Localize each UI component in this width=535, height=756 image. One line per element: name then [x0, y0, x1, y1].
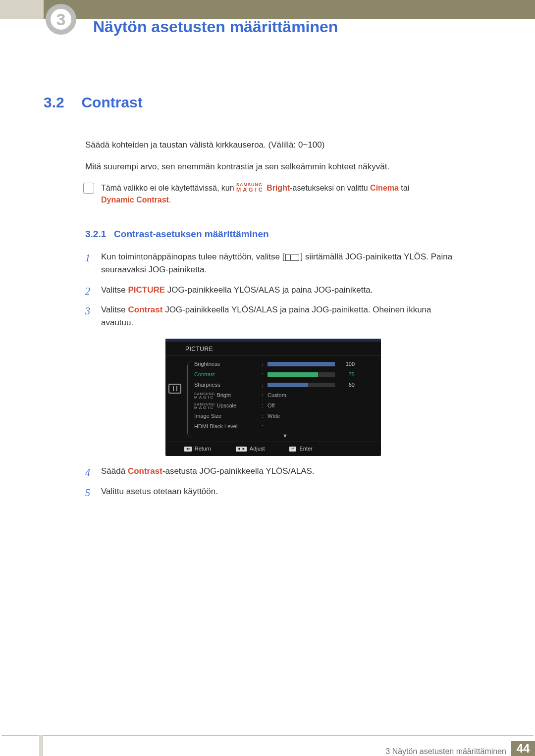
section-number: 3.2 — [44, 94, 79, 111]
osd-sharpness-val: 60 — [338, 381, 355, 389]
enter-key-icon: ↵ — [289, 447, 296, 452]
osd-footer: ◄▪Return ◄ ►Adjust ↵Enter — [165, 442, 381, 456]
page-footer: 3 Näytön asetusten määrittäminen 44 — [0, 735, 535, 756]
note-cinema: Cinema — [370, 184, 399, 192]
note-or: tai — [399, 184, 409, 192]
top-bar — [0, 0, 535, 19]
magic-bot: MAGIC — [236, 187, 265, 193]
note-mid: -asetukseksi on valittu — [290, 184, 370, 192]
note-icon — [83, 183, 94, 194]
osd-brightness-bar — [268, 362, 335, 366]
step-num-5: 5 — [85, 485, 90, 501]
osd-list: Brightness : 100 Contrast : 75 — [194, 359, 376, 440]
menu-icon — [285, 254, 299, 261]
osd-row-magic-bright: SAMSUNG MAGIC Bright : Custom — [194, 390, 376, 401]
step-num-2: 2 — [85, 284, 90, 299]
s4b: -asetusta JOG-painikkeella YLÖS/ALAS. — [162, 466, 315, 476]
osd-hdmi-black-label: HDMI Black Level — [194, 422, 259, 431]
chapter-number: 3 — [56, 10, 66, 29]
osd-magic-logo: SAMSUNG MAGIC — [194, 393, 215, 399]
osd-magic-upscale-val: Off — [268, 402, 274, 410]
note-bright: Bright — [267, 184, 290, 192]
osd-screenshot: PICTURE Brightness : 100 — [165, 339, 381, 456]
osd-body: Brightness : 100 Contrast : 75 — [165, 356, 381, 442]
step-num-3: 3 — [85, 303, 90, 319]
picture-icon — [168, 384, 181, 394]
note-end: . — [169, 196, 171, 204]
s2b: JOG-painikkeella YLÖS/ALAS ja paina JOG-… — [165, 285, 373, 295]
intro-p1: Säädä kohteiden ja taustan välistä kirkk… — [85, 139, 455, 151]
page-number: 44 — [511, 741, 535, 756]
footer-divider — [1, 735, 534, 736]
osd-magic-logo-2: SAMSUNG MAGIC — [194, 403, 215, 409]
footer-block: 3 Näytön asetusten määrittäminen 44 — [385, 741, 535, 756]
note-box: Tämä valikko ei ole käytettävissä, kun S… — [85, 182, 455, 206]
osd-row-hdmi-black: HDMI Black Level : — [194, 421, 376, 432]
note-dyn: Dynamic Contrast — [101, 196, 169, 204]
adjust-key-icon: ◄ ► — [236, 447, 247, 452]
section-title: Contrast — [81, 94, 142, 110]
return-key-icon: ◄▪ — [184, 447, 192, 452]
osd-sharpness-bar — [268, 383, 335, 387]
osd-contrast-bar — [268, 372, 335, 377]
step-1: 1 Kun toimintonäppäinopas tulee näyttöön… — [85, 251, 455, 277]
intro-block: Säädä kohteiden ja taustan välistä kirkk… — [85, 139, 455, 173]
osd-sharpness-label: Sharpness — [194, 381, 259, 389]
s3con: Contrast — [128, 305, 163, 314]
s2pic: PICTURE — [128, 285, 165, 295]
steps-list: 1 Kun toimintonäppäinopas tulee näyttöön… — [85, 251, 455, 498]
osd-row-brightness: Brightness : 100 — [194, 359, 376, 369]
note-text-pre: Tämä valikko ei ole käytettävissä, kun — [101, 184, 236, 192]
osd-row-sharpness: Sharpness : 60 — [194, 380, 376, 390]
samsung-magic-logo: SAMSUNG MAGIC — [236, 183, 265, 193]
subsection-title: Contrast-asetuksen määrittäminen — [114, 229, 269, 239]
top-left-accent — [0, 0, 44, 19]
s3a: Valitse — [101, 305, 128, 314]
intro-p2: Mitä suurempi arvo, sen enemmän kontrast… — [85, 160, 455, 173]
osd-bracket — [187, 361, 192, 438]
step-num-1: 1 — [85, 251, 90, 266]
osd-magic-bright-val: Custom — [268, 391, 286, 400]
step-3: 3 Valitse Contrast JOG-painikkeella YLÖS… — [85, 303, 455, 456]
osd-down-arrow-icon: ▼ — [194, 432, 376, 440]
osd-enter: ↵Enter — [289, 445, 312, 453]
page-title: Näytön asetusten määrittäminen — [93, 18, 338, 36]
step-4: 4 Säädä Contrast-asetusta JOG-painikkeel… — [85, 465, 455, 478]
osd-brightness-val: 100 — [338, 360, 355, 368]
osd-magic-bright-label: SAMSUNG MAGIC Bright — [194, 391, 259, 400]
subsection: 3.2.1 Contrast-asetuksen määrittäminen 1… — [85, 229, 455, 498]
osd-return: ◄▪Return — [184, 445, 211, 453]
osd-magic-upscale-label: SAMSUNG MAGIC Upscale — [194, 402, 259, 410]
s4con: Contrast — [128, 466, 162, 476]
section-heading: 3.2 Contrast — [44, 94, 455, 111]
osd-contrast-label: Contrast — [194, 370, 259, 379]
step-num-4: 4 — [85, 465, 90, 480]
osd-title: PICTURE — [165, 342, 381, 356]
osd-image-size-label: Image Size — [194, 412, 259, 420]
chapter-circle: 3 — [46, 4, 76, 35]
content-area: 3.2 Contrast Säädä kohteiden ja taustan … — [44, 94, 455, 505]
osd-adjust: ◄ ►Adjust — [236, 445, 265, 453]
step-2: 2 Valitse PICTURE JOG-painikkeella YLÖS/… — [85, 284, 455, 297]
osd-row-image-size: Image Size : Wide — [194, 411, 376, 421]
footer-left-accent — [39, 735, 43, 756]
s5: Valittu asetus otetaan käyttöön. — [101, 487, 218, 496]
step-5: 5 Valittu asetus otetaan käyttöön. — [85, 485, 455, 498]
s2a: Valitse — [101, 285, 128, 295]
subsection-heading: 3.2.1 Contrast-asetuksen määrittäminen — [85, 229, 455, 240]
osd-image-size-val: Wide — [268, 412, 280, 420]
osd-row-magic-upscale: SAMSUNG MAGIC Upscale : Off — [194, 401, 376, 411]
osd-brightness-label: Brightness — [194, 360, 259, 368]
footer-text: 3 Näytön asetusten määrittäminen — [385, 741, 511, 756]
s1a: Kun toimintonäppäinopas tulee näyttöön, … — [101, 252, 284, 261]
osd-row-contrast: Contrast : 75 — [194, 369, 376, 380]
osd-contrast-val: 75 — [338, 370, 355, 379]
subsection-number: 3.2.1 — [85, 229, 106, 239]
osd-icon-column — [168, 359, 187, 440]
s4a: Säädä — [101, 466, 128, 476]
